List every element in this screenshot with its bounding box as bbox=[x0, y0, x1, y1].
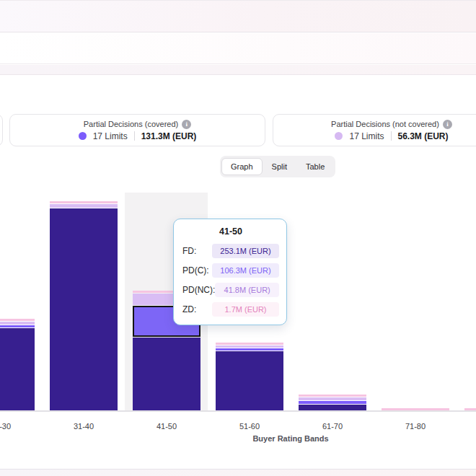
bar-segment-FD-21-30[interactable] bbox=[0, 328, 35, 410]
bar-segment-ZD-51-60[interactable] bbox=[216, 343, 283, 345]
partial-decisions-not-covered-card[interactable]: Partial Decisions (not covered) i 17 Lim… bbox=[273, 114, 476, 146]
bar-31-40[interactable] bbox=[50, 201, 118, 410]
view-toggle: GraphSplitTable bbox=[220, 156, 335, 177]
divider bbox=[134, 131, 135, 141]
limits-count: 17 Limits bbox=[93, 131, 128, 141]
header-band-middle bbox=[0, 33, 476, 64]
tooltip-value-chip: 41.8M (EUR) bbox=[215, 283, 279, 297]
buyer-rating-bands-chart: Buyer Rating Bands 41-50 FD:253.1M (EUR)… bbox=[0, 193, 476, 445]
bar-segment-PD(C)-61-70[interactable] bbox=[299, 401, 366, 404]
tab-split[interactable]: Split bbox=[263, 158, 296, 175]
bar-segment-PD(NC)-51-60[interactable] bbox=[216, 345, 283, 348]
bar-segment-PD(NC)-61-70[interactable] bbox=[299, 397, 366, 400]
bar-segment-ZD-21-30[interactable] bbox=[0, 319, 35, 321]
bar-21-30[interactable] bbox=[0, 319, 35, 410]
tooltip-row-pdnc: PD(NC):41.8M (EUR) bbox=[182, 283, 279, 297]
tooltip-row-pdc: PD(C):106.3M (EUR) bbox=[182, 263, 279, 278]
info-icon[interactable]: i bbox=[182, 120, 191, 129]
bar-81-90[interactable] bbox=[464, 408, 476, 410]
dashboard-screen: Partial Decisions (covered) i 17 Limits … bbox=[0, 0, 476, 476]
info-icon[interactable]: i bbox=[443, 120, 452, 129]
x-tick-61-70: 61-70 bbox=[322, 422, 343, 431]
divider bbox=[391, 131, 392, 141]
partial-decisions-covered-card[interactable]: Partial Decisions (covered) i 17 Limits … bbox=[9, 114, 265, 146]
bar-segment-FD-61-70[interactable] bbox=[299, 405, 366, 410]
footer-band bbox=[0, 469, 476, 476]
tooltip-band-title: 41-50 bbox=[182, 226, 279, 237]
tooltip-value-chip: 1.7M (EUR) bbox=[212, 302, 279, 317]
x-tick-51-60: 51-60 bbox=[239, 422, 260, 431]
amount-value: 131.3M (EUR) bbox=[141, 131, 197, 141]
tab-graph[interactable]: Graph bbox=[221, 158, 263, 175]
card-title: Partial Decisions (not covered) bbox=[331, 120, 439, 128]
x-tick-71-80: 71-80 bbox=[405, 422, 426, 431]
tooltip-series-label: ZD: bbox=[182, 304, 196, 314]
limits-count: 17 Limits bbox=[349, 131, 384, 141]
not-covered-color-dot bbox=[335, 132, 343, 140]
bar-segment-FD-51-60[interactable] bbox=[216, 351, 283, 410]
x-tick-41-50: 41-50 bbox=[157, 422, 177, 431]
tooltip-series-label: FD: bbox=[182, 246, 196, 256]
tooltip-row-fd: FD:253.1M (EUR) bbox=[182, 244, 279, 258]
tab-table[interactable]: Table bbox=[296, 158, 334, 175]
tooltip-row-zd: ZD:1.7M (EUR) bbox=[182, 302, 279, 317]
bar-71-80[interactable] bbox=[382, 408, 449, 410]
x-tick-31-40: 31-40 bbox=[74, 422, 94, 431]
bar-segment-ZD-71-80[interactable] bbox=[382, 408, 449, 410]
card-title: Partial Decisions (covered) bbox=[84, 120, 178, 128]
bar-segment-ZD-31-40[interactable] bbox=[50, 201, 118, 203]
bar-segment-ZD-61-70[interactable] bbox=[299, 395, 366, 397]
bar-segment-PD(NC)-31-40[interactable] bbox=[50, 204, 118, 208]
bar-51-60[interactable] bbox=[216, 343, 283, 410]
bar-segment-ZD-81-90[interactable] bbox=[464, 408, 476, 410]
chart-tooltip: 41-50 FD:253.1M (EUR)PD(C):106.3M (EUR)P… bbox=[173, 219, 287, 325]
bar-segment-PD(C)-21-30[interactable] bbox=[0, 325, 35, 327]
bar-segment-FD-31-40[interactable] bbox=[50, 208, 118, 410]
x-tick-21-30: 21-30 bbox=[0, 422, 11, 431]
summary-card-cutoff-left[interactable] bbox=[0, 114, 3, 146]
tooltip-series-label: PD(NC): bbox=[182, 285, 215, 295]
header-band-top bbox=[0, 0, 476, 32]
x-axis-title: Buyer Rating Bands bbox=[252, 434, 328, 443]
bar-segment-FD-41-50[interactable] bbox=[133, 338, 200, 410]
tooltip-value-chip: 253.1M (EUR) bbox=[212, 244, 279, 258]
bar-segment-PD(NC)-21-30[interactable] bbox=[0, 322, 35, 325]
bar-segment-PD(C)-51-60[interactable] bbox=[216, 348, 283, 351]
x-axis-line bbox=[0, 410, 476, 412]
covered-color-dot bbox=[79, 132, 87, 140]
amount-value: 56.3M (EUR) bbox=[398, 131, 449, 141]
bar-61-70[interactable] bbox=[299, 395, 366, 410]
tooltip-value-chip: 106.3M (EUR) bbox=[212, 263, 279, 278]
tooltip-series-label: PD(C): bbox=[182, 265, 209, 276]
header-band-bottom bbox=[0, 65, 476, 75]
